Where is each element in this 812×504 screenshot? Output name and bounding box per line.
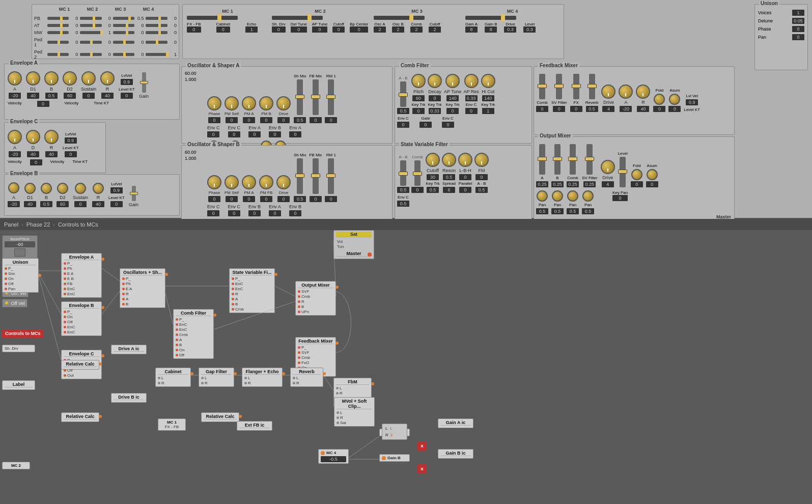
env-a-A: A -20 [8,71,22,99]
off-vel-node[interactable]: Off Vel [2,299,27,307]
x-node-2[interactable]: × [417,464,427,473]
env-a-node-title: Envelope A [64,255,99,260]
mc4-big-slider[interactable] [465,16,516,20]
drive-b-ic-node[interactable]: Drive B ic [111,393,147,403]
envelope-a-node[interactable]: Envelope A P_ Ph E A E B FB EnC EnC [61,253,102,298]
osc-b-freq[interactable]: 60.00 [185,150,197,155]
cabinet-node[interactable]: Cabinet L R [155,368,191,387]
osc-a-freq[interactable]: 60.00 [185,71,197,76]
off-vel-label: Off Vel [11,301,25,306]
drive-label: Drive [504,22,516,26]
reverb-node[interactable]: Reverb L R [290,368,323,387]
drive-b-ic-title: Drive B ic [114,395,144,400]
relative-calc3-title: Relative Calc [204,414,237,419]
mc3-header: MC 3 [106,7,134,12]
del-tune-val[interactable]: 0 [291,26,307,33]
bp-center-val[interactable]: 0 [350,26,368,33]
mc2-node[interactable]: MC 2 [2,462,30,469]
drive-a-ic-node[interactable]: Drive A ic [111,345,147,354]
gain-a-val[interactable]: 8 [465,26,478,33]
mc2-big-label: MC 2 [272,9,369,14]
gain-b-val[interactable]: 8 [485,26,497,33]
svf-node-title: State Variable Fi... [232,270,272,275]
pan-val[interactable]: 0 [792,34,804,40]
mvol-node[interactable]: MVol + Soft Clip... L R Sat [334,397,375,427]
comb-label: Comb [410,22,423,26]
gain-b-ic-node[interactable]: Gain B ic [438,449,473,459]
pb-mc3-slider[interactable] [113,17,135,20]
sh-drv-label: Sh. Drv [5,346,33,351]
at-row: AT 0 0 0 0 [32,23,179,28]
env-a-velocity2-label: Velocity [65,101,79,107]
fx-fb-val[interactable]: 0 [187,26,201,33]
cutoff-val[interactable]: 0 [332,26,345,33]
feedback-mixer-title: Feedback Mixer [298,339,333,344]
controls-to-mcs-node[interactable]: Controls to MCs [2,329,44,338]
mc3-big-slider[interactable] [374,16,425,20]
master-node[interactable]: Sat Vol Tun Master [333,230,374,259]
relative-calc1-node[interactable]: Relative Calc [61,360,99,370]
x-node-1[interactable]: × [417,441,427,451]
echo-val[interactable]: 1 [245,26,258,33]
level-val[interactable]: 0.3 [523,26,536,33]
relative-calc2-title: Relative Calc [64,414,97,419]
pb-mc2-slider[interactable] [80,17,102,20]
breadcrumb-controls[interactable]: Controls to MCs [58,221,98,228]
gain-a-ic-node[interactable]: Gain A ic [438,418,473,428]
oscillators-node[interactable]: Oscillators + Sh... P_ Ph E A R A B [120,268,165,308]
relative-calc3-node[interactable]: Relative Calc [201,412,239,422]
flanger-echo-node[interactable]: Flanger + Echo L R [242,368,283,387]
env-c-title: Envelope C [9,119,39,124]
detune-val[interactable]: 0.05 [792,18,804,24]
env-c-velocity2-label: Velocity [50,159,65,165]
note-pitch-node[interactable]: NotePitch -60 [2,235,38,259]
voices-label: Voices [758,10,772,15]
env-b-title: Envelope B [9,171,39,176]
output-mixer-node[interactable]: Output Mixer SVF Cmb R B UPn [295,281,336,316]
pan-label: Pan [758,35,766,40]
gap-filter-node[interactable]: Gap Filter L R [199,368,234,387]
mc2-big-slider[interactable] [272,16,323,20]
output-mixer-title: Output Mixer [298,283,333,288]
pb-mc1-slider[interactable] [47,17,69,20]
svf-node[interactable]: State Variable Fi... P_ EnC EnC R A B Cm… [229,268,275,313]
osc-b-fine[interactable]: 1.000 [185,156,197,161]
ap-tune-val[interactable]: 0 [312,26,328,33]
note-pitch-val[interactable]: -60 [5,241,35,247]
mc4-node[interactable]: MC 4 -0.5 [318,449,349,464]
detune-label: Detune [758,18,773,23]
oscillators-title: Oscillators + Sh... [122,270,163,275]
cabinet-val[interactable]: 0 [216,26,231,33]
pb-row: PB 0 0 0.5 0 [32,16,179,21]
gain-b-node[interactable]: Gain B [379,454,410,462]
pb-mc2-val: 0 [104,16,111,21]
relative-calc2-node[interactable]: Relative Calc [61,412,99,422]
ext-fb-ic-node[interactable]: Ext FB ic [237,421,272,431]
envelope-b-node[interactable]: Envelope B P_ On Off EnC EnC [61,301,102,336]
cutoff2-val[interactable]: 2 [429,26,441,33]
voices-val[interactable]: 1 [792,10,804,16]
unison-node[interactable]: Unison P_ Snc On Off Pan [2,258,39,293]
controls-to-mcs-label: Controls to MCs [2,329,44,338]
osc-b-val[interactable]: 2 [392,26,404,33]
mc1-node[interactable]: MC 1 FX - FB [158,418,186,431]
label-node[interactable]: Label [2,380,35,390]
pb-mc4-slider[interactable] [146,17,167,20]
sh-drv-val[interactable]: 0 [272,26,286,33]
osc-a-fine[interactable]: 1.000 [185,77,197,82]
breadcrumb-panel[interactable]: Panel [4,221,18,228]
unison-title: Unison [759,1,779,6]
level-label: Level [523,22,536,26]
pb-mc1-val: 0 [71,16,78,21]
comb-filter-node[interactable]: Comb Filter P_ EnC EnC Cmb A B On Dff [173,309,214,359]
mc1-big-slider[interactable] [187,16,238,20]
comb-val[interactable]: 2 [410,26,423,33]
breadcrumb-phase[interactable]: Phase 22 [26,221,50,228]
gain-a-label: Gain A [465,22,478,26]
drive-val[interactable]: 0.3 [504,26,516,33]
sh-drv-node[interactable]: Sh. Drv [2,345,35,352]
env-c-node-title: Envelope C [64,351,99,357]
osc-a-val[interactable]: 2 [374,26,386,33]
phase-val[interactable]: 0 [792,26,804,32]
out-mixer-section: Output Mixer A 0.25 B 0.25 Comb 0.25 SV … [534,136,735,222]
